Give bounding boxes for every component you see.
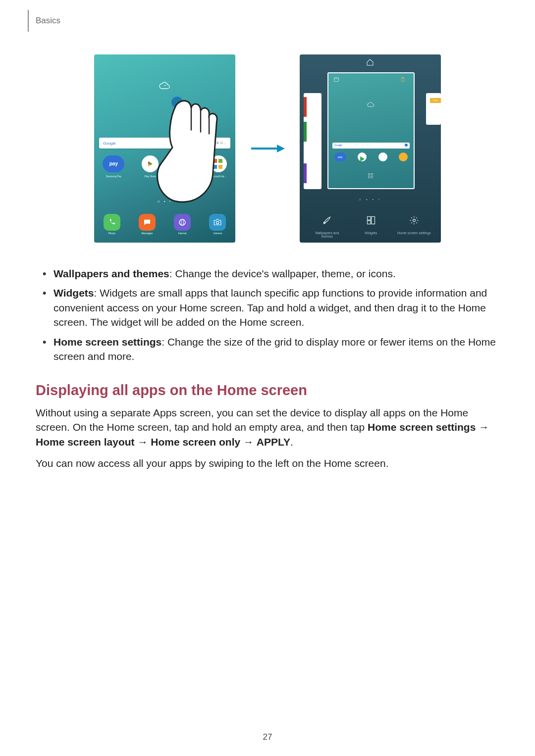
svg-rect-13 xyxy=(368,173,370,175)
mini-play-icon xyxy=(358,152,367,161)
screenshot-edit-mode: bixby Google pay ⌂ • • › xyxy=(300,54,441,243)
svg-rect-20 xyxy=(367,221,371,224)
dock: Phone Messages Internet Camera xyxy=(94,209,235,240)
app-play-store[interactable]: Play Store xyxy=(142,155,159,172)
body-text: Without using a separate Apps screen, yo… xyxy=(36,405,499,471)
section-heading: Displaying all apps on the Home screen xyxy=(36,380,499,401)
weather-cloud-icon xyxy=(367,102,375,110)
option-widgets[interactable]: Widgets xyxy=(365,215,377,235)
dock-label: Messages xyxy=(141,232,153,235)
feature-bullet-list: Wallpapers and themes: Change the device… xyxy=(42,266,499,363)
mini-google-icon xyxy=(378,152,387,161)
app-samsung-pay[interactable]: pay Samsung Pay xyxy=(103,155,124,172)
app-row: pay Samsung Pay Play Store Google xyxy=(94,155,235,172)
mini-pay-icon: pay xyxy=(334,152,346,161)
bullet-item: Widgets: Widgets are small apps that lau… xyxy=(42,286,499,329)
apps-grid-icon xyxy=(367,172,375,180)
home-outline-icon xyxy=(366,58,375,67)
option-wallpapers-themes[interactable]: Wallpapers and themes xyxy=(310,215,344,239)
svg-marker-12 xyxy=(360,156,365,161)
color-strip-icon xyxy=(304,163,307,183)
bixby-badge: bixby xyxy=(430,98,441,103)
dock-label: Camera xyxy=(213,232,222,235)
dock-messages[interactable]: Messages xyxy=(139,214,156,235)
page-thumb-right[interactable]: bixby xyxy=(426,93,441,125)
app-google-folder[interactable]: Google xyxy=(176,155,193,172)
svg-rect-10 xyxy=(334,78,339,82)
paragraph: Without using a separate Apps screen, yo… xyxy=(36,405,499,449)
bullet-item: Home screen settings: Change the size of… xyxy=(42,335,499,364)
arrow-sep: → xyxy=(240,436,257,448)
paragraph: You can now access all your apps by swip… xyxy=(36,456,499,470)
mini-app-row: pay xyxy=(328,152,414,161)
app-label: Samsung Pay xyxy=(106,175,121,178)
arrow-right-icon xyxy=(250,144,285,153)
option-label: Widgets xyxy=(365,231,377,235)
svg-point-21 xyxy=(413,219,415,222)
bullet-body: : Widgets are small apps that launch spe… xyxy=(54,287,487,328)
dock-label: Internet xyxy=(178,232,187,235)
app-label: Google xyxy=(180,175,188,178)
svg-marker-9 xyxy=(277,145,285,152)
svg-point-17 xyxy=(324,222,325,224)
svg-point-5 xyxy=(181,219,184,225)
calendar-icon xyxy=(333,76,342,85)
screenshot-home: + Google Say "Ok G… pay Samsung Pay Play… xyxy=(94,54,235,243)
app-label: Play Store xyxy=(145,175,156,178)
dock-camera[interactable]: Camera xyxy=(209,214,226,235)
dock-phone[interactable]: Phone xyxy=(104,214,120,235)
bullet-title: Home screen settings xyxy=(54,336,161,348)
dock-label: Phone xyxy=(108,232,115,235)
delete-icon[interactable] xyxy=(400,76,409,85)
mini-ms-icon xyxy=(399,152,408,161)
svg-rect-18 xyxy=(367,217,371,220)
page-thumb-left[interactable] xyxy=(304,93,321,189)
svg-rect-14 xyxy=(371,173,373,175)
dock-internet[interactable]: Internet xyxy=(174,214,191,235)
search-brand: Google xyxy=(103,141,116,146)
color-strip-icon xyxy=(304,122,307,142)
path-step: Home screen layout xyxy=(36,436,135,448)
figure-row: + Google Say "Ok G… pay Samsung Pay Play… xyxy=(36,54,499,243)
pay-text: pay xyxy=(109,160,118,167)
mini-search-bar: Google xyxy=(332,143,410,149)
color-strip-icon xyxy=(304,97,307,117)
text: . xyxy=(290,436,293,448)
section-header-tab: Basics xyxy=(28,10,66,32)
page-number: 27 xyxy=(0,731,535,743)
arrow-sep: → xyxy=(135,436,151,448)
section-header-label: Basics xyxy=(36,16,60,25)
svg-point-4 xyxy=(179,219,185,225)
bullet-title: Widgets xyxy=(54,287,94,299)
manual-page: Basics + Google Say "Ok G… pay Samsung P… xyxy=(0,0,535,756)
path-step: APPLY xyxy=(257,436,290,448)
option-home-settings[interactable]: Home screen settings xyxy=(397,215,431,235)
svg-rect-15 xyxy=(368,176,370,178)
gear-icon xyxy=(397,215,431,229)
mic-icon xyxy=(405,144,408,147)
page-indicator: ⌂ • › xyxy=(94,199,235,204)
google-search-bar[interactable]: Google Say "Ok G… xyxy=(99,138,230,149)
brush-icon xyxy=(310,215,344,229)
search-hint: Say "Ok G… xyxy=(207,141,226,146)
path-step: Home screen settings xyxy=(368,421,476,433)
mini-pay-text: pay xyxy=(338,155,343,158)
bullet-body: : Change the device's wallpaper, theme, … xyxy=(169,268,396,279)
svg-rect-16 xyxy=(371,176,373,178)
page-indicator: ⌂ • • › xyxy=(300,197,441,202)
app-label: Microsoft Ap... xyxy=(211,175,226,178)
app-microsoft-folder[interactable]: Microsoft Ap... xyxy=(210,155,227,172)
arrow-sep: → xyxy=(476,421,489,433)
widgets-icon xyxy=(365,215,377,229)
weather-cloud-icon: + xyxy=(159,82,171,94)
path-step: Home screen only xyxy=(151,436,240,448)
option-label: Home screen settings xyxy=(397,231,431,235)
page-thumb-current[interactable]: Google pay xyxy=(327,72,415,189)
svg-point-6 xyxy=(216,221,219,224)
mini-search-text: Google xyxy=(334,144,342,147)
bullet-item: Wallpapers and themes: Change the device… xyxy=(42,266,499,281)
svg-text:+: + xyxy=(163,84,165,87)
option-label: Wallpapers and themes xyxy=(310,231,344,239)
svg-rect-19 xyxy=(371,217,374,224)
bullet-title: Wallpapers and themes xyxy=(54,268,169,279)
